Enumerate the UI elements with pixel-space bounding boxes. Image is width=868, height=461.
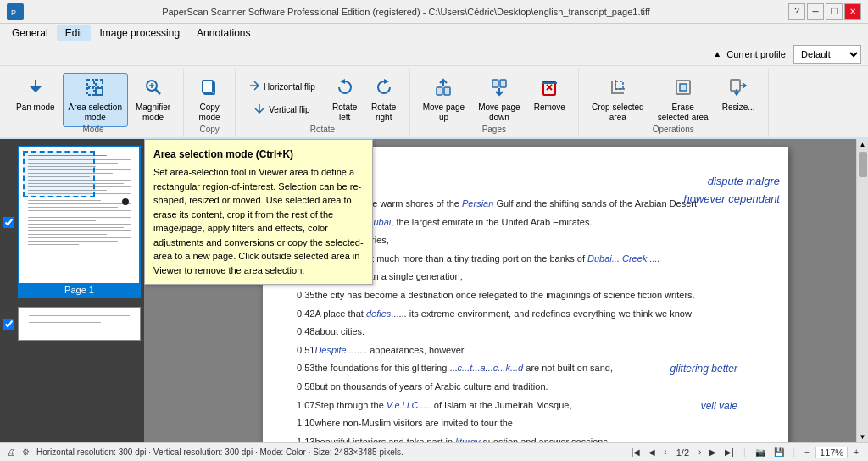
nav-prev-small-button[interactable]: ‹ — [661, 447, 669, 457]
flip-horizontal-button[interactable]: Horizontal flip — [242, 76, 321, 97]
status-info-left: 🖨 ⚙ Horizontal resolution: 300 dpi · Ver… — [7, 447, 403, 457]
nav-first-button[interactable]: |◀ — [629, 447, 643, 457]
rotate-right-label: Rotateright — [371, 103, 396, 123]
nav-next-button[interactable]: ▶ — [707, 447, 719, 457]
line-9: 0:53the foundations for this glittering … — [297, 361, 754, 376]
line-7: 0:48about cities. — [297, 325, 754, 340]
move-page-down-button[interactable]: Move pagedown — [472, 73, 526, 127]
flip-vertical-button[interactable]: Vertical flip — [242, 99, 321, 120]
hw-6: defies — [366, 308, 391, 319]
restore-button[interactable]: ❐ — [826, 3, 843, 20]
margin-dispute: dispute malgre — [684, 173, 780, 191]
tooltip-title: Area selection mode (Ctrl+K) — [153, 147, 364, 162]
rotate-left-label: Rotateleft — [332, 103, 357, 123]
move-page-up-label: Move pageup — [423, 103, 465, 123]
scan-button[interactable]: 📷 — [753, 447, 768, 457]
svg-line-7 — [155, 90, 160, 95]
erase-selected-label: Eraseselected area — [658, 103, 709, 123]
document-area[interactable]: Area selection mode (Ctrl+K) Set area-se… — [144, 139, 856, 442]
hw-9: c...t...a...c...k...d — [458, 363, 524, 373]
close-button[interactable]: ✕ — [844, 3, 861, 20]
ribbon-group-mode: Pan mode Area selectionmode Magnifiermod… — [3, 69, 184, 137]
ribbon-group-operations: Crop selectedarea Eraseselected area Res… — [579, 69, 769, 137]
scroll-down-button[interactable]: ▼ — [858, 431, 868, 442]
zoom-in-button[interactable]: + — [851, 447, 861, 457]
page-checkbox-2[interactable] — [3, 319, 14, 330]
status-right: |◀ ◀ ‹ 1/2 › ▶ ▶| | 📷 💾 | − 117% + — [629, 447, 861, 458]
app-icon: P — [7, 3, 24, 20]
mode-group-label: Mode — [83, 125, 104, 134]
main-area: Page 1 Area selection mode (Ctrl+K) Set … — [0, 139, 868, 442]
nav-prev-button[interactable]: ◀ — [646, 447, 658, 457]
move-page-down-label: Move pagedown — [478, 103, 520, 123]
move-page-up-icon — [433, 77, 453, 100]
resize-button[interactable]: Resize... — [716, 73, 761, 117]
copy-icon — [199, 77, 220, 100]
sidebar: Page 1 — [0, 139, 144, 442]
magnifier-label: Magnifiermode — [136, 103, 170, 123]
help-button[interactable]: ? — [788, 3, 805, 20]
remove-label: Remove — [534, 103, 565, 113]
resize-label: Resize... — [722, 103, 755, 113]
ribbon-group-rotate: Horizontal flip Vertical flip Rotateleft — [236, 69, 410, 137]
title-text: PaperScan Scanner Software Professional … — [24, 7, 788, 17]
line-11: 1:07Step through the V.e.i.l.C..... of I… — [297, 398, 754, 414]
svg-rect-12 — [437, 87, 442, 95]
page-counter: 1/2 — [673, 447, 693, 458]
scroll-up-button[interactable]: ▲ — [858, 139, 868, 150]
page-checkbox-1[interactable] — [3, 217, 14, 228]
remove-icon — [539, 77, 559, 100]
zoom-out-button[interactable]: − — [802, 447, 812, 457]
pan-mode-icon — [25, 77, 46, 100]
svg-rect-2 — [87, 80, 94, 86]
line-6: 0:42A place that defies...... its extrem… — [297, 307, 754, 322]
status-icon-2: ⚙ — [22, 447, 30, 457]
hw-13: liturgy — [455, 436, 480, 442]
erase-selected-icon — [673, 77, 693, 100]
copy-label: Copymode — [199, 103, 220, 123]
svg-rect-11 — [203, 81, 213, 92]
rotate-left-button[interactable]: Rotateleft — [326, 73, 364, 127]
ribbon-group-copy: Copymode Copy — [184, 69, 236, 137]
svg-rect-20 — [615, 81, 623, 89]
line-8: 0:51Despite........ appearances, however… — [297, 343, 754, 358]
profile-select[interactable]: Default — [793, 45, 861, 64]
pan-mode-button[interactable]: Pan mode — [10, 73, 61, 117]
hw-8: Despite — [314, 345, 346, 355]
move-page-up-button[interactable]: Move pageup — [417, 73, 470, 127]
scroll-thumb[interactable] — [859, 152, 867, 177]
scrollbar-right[interactable]: ▲ ▼ — [856, 139, 868, 442]
thumbnail-image — [19, 147, 139, 283]
profilebar: ▲ Current profile: Default — [0, 42, 868, 66]
svg-rect-22 — [680, 84, 687, 91]
magnifier-mode-button[interactable]: Magnifiermode — [130, 73, 176, 127]
thumbnail-page2[interactable] — [18, 307, 141, 341]
svg-rect-13 — [444, 87, 450, 95]
copy-button[interactable]: Copymode — [191, 73, 228, 127]
nav-next-small-button[interactable]: › — [696, 447, 704, 457]
svg-rect-4 — [87, 88, 94, 95]
menu-annotations[interactable]: Annotations — [188, 25, 259, 41]
hw-0: Persian — [462, 198, 493, 208]
menu-general[interactable]: General — [3, 25, 57, 41]
erase-selected-button[interactable]: Eraseselected area — [652, 73, 715, 127]
hw-11: V.e.i.l.C..... — [387, 400, 431, 410]
area-selection-mode-button[interactable]: Area selectionmode — [63, 73, 128, 127]
margin-however: however cependant — [684, 191, 780, 208]
svg-rect-14 — [492, 80, 498, 87]
menu-image-processing[interactable]: Image processing — [91, 25, 188, 41]
margin-note-glittering: glittering better — [670, 361, 737, 377]
copy-group-label: Copy — [199, 125, 219, 134]
tooltip-body: Set area-selection tool in Viewer area t… — [153, 165, 364, 277]
status-icon-1: 🖨 — [7, 447, 15, 457]
nav-last-button[interactable]: ▶| — [722, 447, 737, 457]
minimize-button[interactable]: ─ — [807, 3, 824, 20]
remove-button[interactable]: Remove — [528, 73, 571, 117]
rotate-right-button[interactable]: Rotateright — [365, 73, 403, 127]
thumbnail-page1[interactable]: Page 1 — [18, 146, 141, 298]
menu-edit[interactable]: Edit — [57, 25, 92, 41]
ribbon-group-pages: Move pageup Move pagedown Remove Pages — [410, 69, 579, 137]
crop-selected-button[interactable]: Crop selectedarea — [586, 73, 650, 127]
save-button[interactable]: 💾 — [771, 447, 787, 457]
tooltip-box: Area selection mode (Ctrl+K) Set area-se… — [144, 139, 373, 285]
